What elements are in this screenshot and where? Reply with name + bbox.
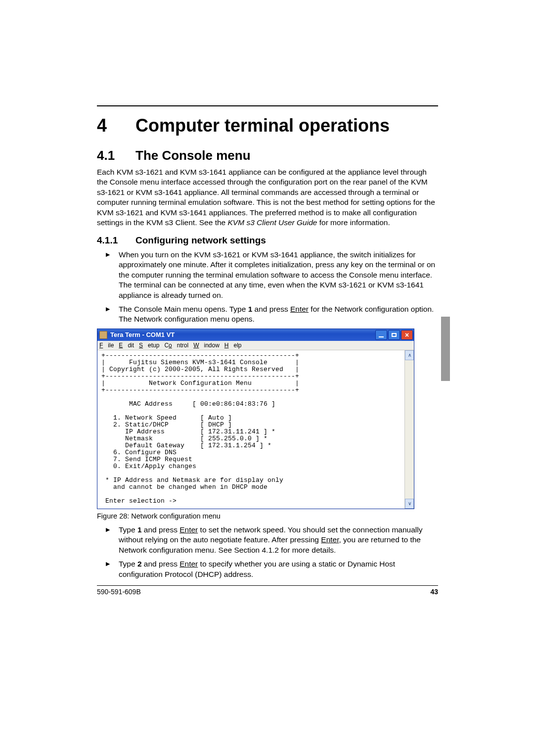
minimize-icon bbox=[379, 336, 384, 337]
scroll-up-button[interactable]: ∧ bbox=[405, 350, 414, 360]
section-title: The Console menu bbox=[135, 148, 251, 163]
close-button[interactable]: × bbox=[401, 330, 413, 340]
side-thumb-tab bbox=[441, 317, 450, 381]
console-output: +---------------------------------------… bbox=[101, 352, 402, 505]
text: and press bbox=[142, 525, 180, 534]
maximize-button[interactable] bbox=[388, 330, 400, 340]
list-item: The Console Main menu opens. Type 1 and … bbox=[106, 304, 438, 325]
section-paragraph: Each KVM s3-1621 and KVM s3-1641 applian… bbox=[97, 167, 438, 228]
underline-enter: Enter bbox=[290, 305, 309, 313]
subsection-title: Configuring network settings bbox=[135, 235, 266, 246]
footer: 590-591-609B 43 bbox=[97, 588, 438, 596]
underline-enter: Enter bbox=[179, 560, 198, 568]
underline-enter-2: Enter bbox=[321, 535, 339, 544]
menu-control[interactable]: Control bbox=[164, 342, 188, 349]
text: and press bbox=[142, 560, 180, 568]
list-item: Type 2 and press Enter to specify whethe… bbox=[106, 559, 438, 579]
subsection-number: 4.1.1 bbox=[97, 235, 135, 246]
bullet-list-bottom: Type 1 and press Enter to set the networ… bbox=[106, 525, 438, 579]
subsection-heading: 4.1.1 Configuring network settings bbox=[97, 235, 438, 246]
scrollbar[interactable]: ∧ ∨ bbox=[404, 350, 414, 509]
terminal-body[interactable]: +---------------------------------------… bbox=[97, 350, 404, 509]
section-paragraph-em: KVM s3 Client User Guide bbox=[228, 218, 317, 227]
maximize-icon bbox=[392, 333, 397, 337]
close-icon: × bbox=[405, 331, 409, 338]
text: Type bbox=[119, 525, 137, 534]
page-number: 43 bbox=[430, 588, 438, 596]
footer-docnum: 590-591-609B bbox=[97, 588, 141, 596]
titlebar[interactable]: Tera Term - COM1 VT × bbox=[97, 329, 414, 341]
section-heading: 4.1 The Console menu bbox=[97, 148, 438, 163]
menu-window[interactable]: Window bbox=[193, 342, 220, 349]
text: The Console Main menu opens. Type bbox=[119, 305, 248, 313]
menu-edit[interactable]: Edit bbox=[119, 342, 134, 349]
scroll-track[interactable] bbox=[405, 360, 414, 499]
text: and press bbox=[252, 305, 290, 313]
terminal-window: Tera Term - COM1 VT × File Edit Setup Co… bbox=[97, 329, 414, 509]
chapter-number: 4 bbox=[97, 115, 135, 136]
window-buttons: × bbox=[375, 330, 413, 340]
section-number: 4.1 bbox=[97, 148, 135, 163]
underline-enter: Enter bbox=[179, 525, 198, 534]
menu-bar[interactable]: File Edit Setup Control Window Help bbox=[97, 341, 414, 350]
section-paragraph-tail: for more information. bbox=[317, 218, 390, 227]
bold-1: 1 bbox=[248, 305, 253, 313]
figure-caption: Figure 28: Network configuration menu bbox=[97, 512, 438, 520]
footer-rule bbox=[97, 585, 438, 586]
list-item: When you turn on the KVM s3-1621 or KVM … bbox=[106, 250, 438, 300]
page-content: 4 Computer terminal operations 4.1 The C… bbox=[97, 105, 438, 596]
bold-2: 2 bbox=[137, 560, 142, 568]
minimize-button[interactable] bbox=[375, 330, 387, 340]
chapter-title: Computer terminal operations bbox=[135, 115, 390, 136]
app-icon bbox=[99, 331, 107, 339]
bullet-list-top: When you turn on the KVM s3-1621 or KVM … bbox=[106, 250, 438, 325]
list-item: Type 1 and press Enter to set the networ… bbox=[106, 525, 438, 555]
menu-help[interactable]: Help bbox=[224, 342, 242, 349]
menu-file[interactable]: File bbox=[99, 342, 114, 349]
text: Type bbox=[119, 560, 137, 568]
terminal-body-wrap: +---------------------------------------… bbox=[97, 350, 414, 509]
window-title: Tera Term - COM1 VT bbox=[110, 331, 375, 338]
chapter-heading: 4 Computer terminal operations bbox=[97, 115, 438, 136]
menu-setup[interactable]: Setup bbox=[139, 342, 159, 349]
top-rule bbox=[97, 105, 438, 106]
bold-1: 1 bbox=[137, 525, 142, 534]
scroll-down-button[interactable]: ∨ bbox=[405, 499, 414, 509]
